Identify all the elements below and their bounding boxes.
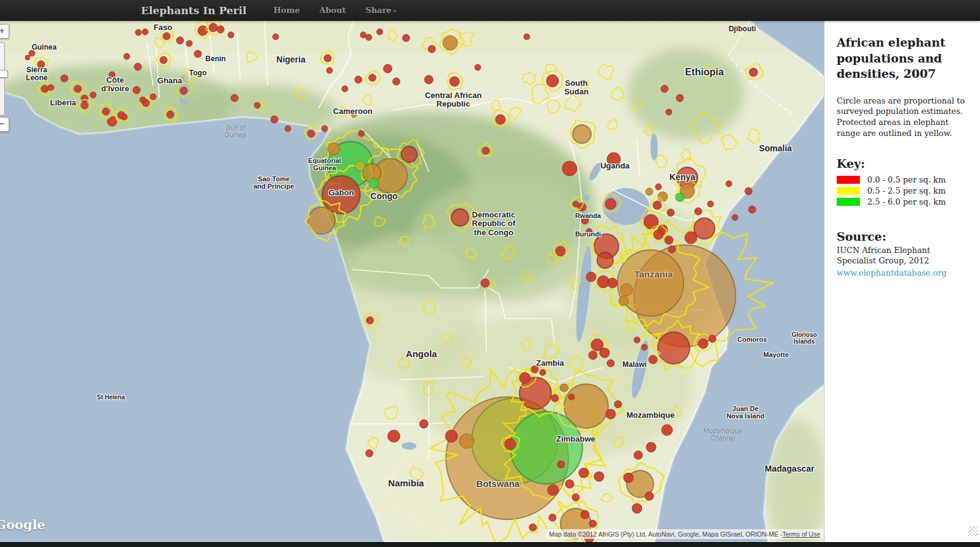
source-heading: Source: [837, 230, 968, 243]
source-section: Source: IUCN African Elephant Specialist… [837, 230, 968, 279]
source-line-2: Specialist Group, 2012 [837, 256, 968, 266]
map-attribution: Map data ©2012 AfriGIS (Pty) Ltd, AutoNa… [546, 529, 824, 539]
elephantdatabase-link[interactable]: www.elephantdatabase.org [837, 268, 947, 279]
red-swatch [837, 176, 860, 184]
key-row-yellow: 0.5 - 2.5 per sq. km [837, 186, 968, 195]
key-row-green: 2.5 - 6.0 per sq. km [837, 197, 968, 206]
top-navbar: Elephants In Peril Home About Share▾ [0, 0, 980, 21]
yellow-swatch [837, 187, 860, 195]
nav-item-home-label: Home [273, 6, 300, 15]
key-label-yellow: 0.5 - 2.5 per sq. km [867, 186, 946, 195]
nav-item-home[interactable]: Home [263, 6, 309, 15]
zoom-slider-handle[interactable] [0, 70, 8, 78]
zoom-in-button[interactable]: + [0, 24, 9, 39]
green-swatch [837, 198, 860, 206]
attribution-text: Map data ©2012 AfriGIS (Pty) Ltd, AutoNa… [549, 530, 783, 538]
zoom-out-button[interactable]: − [0, 117, 9, 132]
navbar-container: Elephants In Peril Home About Share▾ [141, 0, 839, 20]
nav-item-share[interactable]: Share▾ [356, 6, 406, 15]
nav-item-share-label: Share [366, 6, 391, 15]
terms-of-use-link[interactable]: Terms of Use [782, 530, 820, 538]
brand-link[interactable]: Elephants In Peril [141, 4, 246, 17]
chevron-down-icon: ▾ [393, 8, 396, 14]
map-zoom-control: + − [0, 24, 9, 132]
nav-item-about[interactable]: About [309, 6, 355, 15]
key-label-green: 2.5 - 6.0 per sq. km [867, 197, 946, 206]
source-line-1: IUCN African Elephant [837, 246, 968, 256]
sidebar-title: African elephant populations and densiti… [837, 35, 968, 82]
nav-item-about-label: About [319, 6, 345, 15]
map-canvas[interactable]: GuineaSierra LeoneLiberiaCôte d'IvoireGh… [0, 20, 824, 542]
key-label-red: 0.0 - 0.5 per sq. km [867, 175, 946, 184]
map-graphics [0, 20, 824, 542]
key-heading: Key: [837, 157, 968, 170]
key-row-red: 0.0 - 0.5 per sq. km [837, 175, 968, 184]
info-sidebar: African elephant populations and densiti… [824, 20, 980, 542]
bottom-bar [0, 542, 980, 547]
google-logo[interactable]: Google [0, 517, 45, 532]
sidebar-resize-grip[interactable] [968, 526, 978, 536]
sidebar-description: Circle areas are proportional to surveye… [837, 96, 968, 138]
